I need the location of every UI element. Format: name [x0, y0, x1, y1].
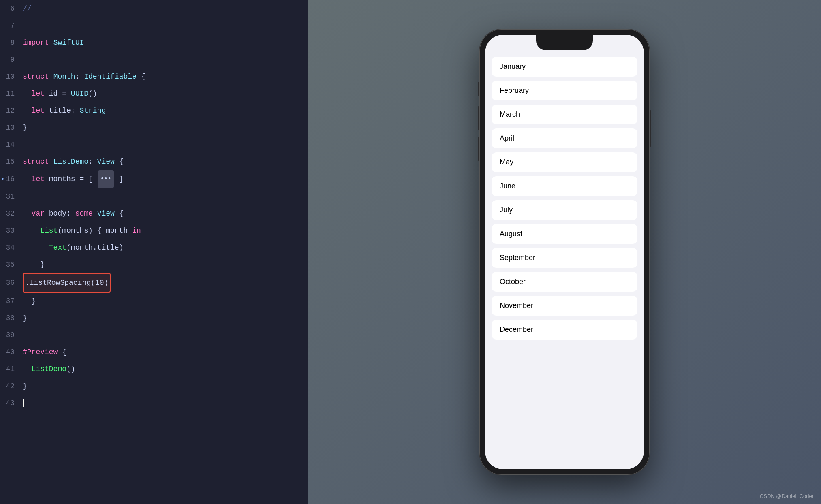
token-plain: months = [ [45, 175, 97, 183]
token-plain: } [23, 261, 45, 269]
list-item[interactable]: February [492, 81, 637, 100]
line-number: 14 [0, 136, 21, 153]
line-content: } [21, 378, 308, 395]
code-line-13: 13} [0, 119, 308, 136]
token-plain [23, 90, 32, 98]
list-item[interactable]: July [492, 200, 637, 220]
token-plain [23, 243, 49, 252]
token-plain [93, 209, 97, 218]
token-kw: let [32, 175, 45, 183]
code-line-7: 7 [0, 17, 308, 34]
line-number: 7 [0, 17, 21, 34]
preview-panel: JanuaryFebruaryMarchAprilMayJuneJulyAugu… [308, 0, 821, 504]
token-type: Month [53, 73, 75, 81]
token-plain [23, 209, 32, 218]
notch [536, 35, 593, 50]
text-cursor [23, 399, 24, 407]
token-plain: } [23, 297, 36, 305]
code-line-9: 9 [0, 51, 308, 68]
phone-screen: JanuaryFebruaryMarchAprilMayJuneJulyAugu… [485, 35, 644, 469]
line-number: 39 [0, 327, 21, 344]
token-kw: let [32, 90, 45, 98]
line-number: 35 [0, 256, 21, 273]
token-type: SwiftUI [53, 38, 84, 47]
line-content [21, 395, 308, 412]
token-kw: import [23, 38, 49, 47]
list-item[interactable]: September [492, 248, 637, 268]
list-item[interactable]: May [492, 152, 637, 172]
token-type: String [79, 107, 106, 115]
token-plain [23, 175, 32, 183]
line-content: } [21, 119, 308, 136]
line-number: 37 [0, 293, 21, 310]
code-line-33: 33 List(months) { month in [0, 222, 308, 239]
token-type: ListDemo [53, 158, 88, 166]
token-plain: title: [45, 107, 79, 115]
token-plain: ] [115, 175, 124, 183]
token-plain: } [23, 314, 27, 322]
code-line-34: 34 Text(month.title) [0, 239, 308, 256]
line-content: struct ListDemo: View { [21, 153, 308, 170]
line-number: 10 [0, 68, 21, 85]
code-line-14: 14 [0, 136, 308, 153]
code-line-38: 38} [0, 310, 308, 327]
vol-up-button [478, 106, 479, 130]
token-plain: : [88, 158, 97, 166]
vol-down-button [478, 137, 479, 161]
line-content: } [21, 310, 308, 327]
token-kw: var [32, 209, 45, 218]
line-number: 6 [0, 0, 21, 17]
code-line-32: 32 var body: some View { [0, 205, 308, 222]
line-number: 42 [0, 378, 21, 395]
token-kw: in [132, 226, 141, 235]
token-plain: () [88, 90, 97, 98]
line-number: 38 [0, 310, 21, 327]
line-content: } [21, 293, 308, 310]
list-item[interactable]: December [492, 320, 637, 340]
token-plain [23, 107, 32, 115]
silent-button [478, 82, 479, 96]
line-content: import SwiftUI [21, 34, 308, 51]
code-line-10: 10struct Month: Identifiable { [0, 68, 308, 85]
code-line-11: 11 let id = UUID() [0, 85, 308, 102]
line-content: struct Month: Identifiable { [21, 68, 308, 85]
line-number: 13 [0, 119, 21, 136]
token-type: Identifiable [84, 73, 137, 81]
token-func: List [40, 226, 58, 235]
code-line-12: 12 let title: String [0, 102, 308, 119]
line-number: 43 [0, 395, 21, 412]
code-line-37: 37 } [0, 293, 308, 310]
token-kw: let [32, 107, 45, 115]
code-line-8: 8import SwiftUI [0, 34, 308, 51]
code-line-16: 16 let months = [ ••• ] [0, 170, 308, 188]
line-number: 31 [0, 188, 21, 205]
token-plain: { [115, 209, 124, 218]
token-type: View [97, 209, 115, 218]
line-content: var body: some View { [21, 205, 308, 222]
token-plain [49, 38, 53, 47]
line-content: // [21, 0, 308, 17]
line-number: 11 [0, 85, 21, 102]
line-content: let title: String [21, 102, 308, 119]
token-plain: body: [45, 209, 75, 218]
list-item[interactable]: October [492, 272, 637, 292]
token-plain [49, 73, 53, 81]
line-content: .listRowSpacing(10) [21, 273, 308, 293]
code-editor[interactable]: 6//78import SwiftUI910struct Month: Iden… [0, 0, 308, 504]
list-item[interactable]: April [492, 128, 637, 148]
ellipsis-badge: ••• [98, 170, 114, 188]
list-item[interactable]: November [492, 296, 637, 316]
line-number: 15 [0, 153, 21, 170]
power-button [650, 110, 651, 147]
code-line-40: 40#Preview { [0, 344, 308, 361]
list-item[interactable]: August [492, 224, 637, 244]
list-item[interactable]: January [492, 57, 637, 77]
token-plain [23, 365, 32, 373]
token-plain: () [66, 365, 75, 373]
line-content: Text(month.title) [21, 239, 308, 256]
list-item[interactable]: June [492, 176, 637, 196]
token-plain: { [58, 348, 66, 356]
token-kw: #Preview [23, 348, 58, 356]
code-line-6: 6// [0, 0, 308, 17]
list-item[interactable]: March [492, 105, 637, 124]
